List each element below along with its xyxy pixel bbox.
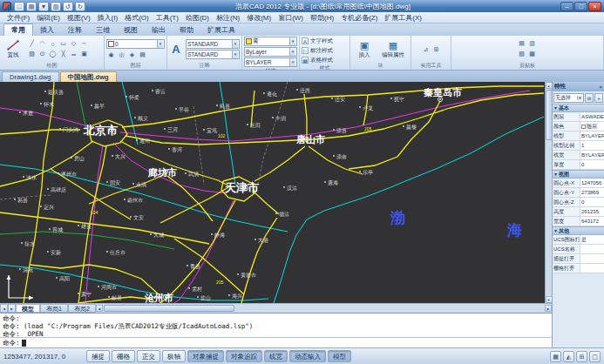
- property-row[interactable]: 高度261235: [553, 207, 604, 217]
- print-icon[interactable]: ▥: [51, 2, 61, 11]
- color-select[interactable]: 黄 ▾: [244, 37, 297, 46]
- layer-select[interactable]: 0 ▾: [106, 39, 165, 49]
- maximize-button[interactable]: □: [574, 2, 587, 11]
- undo-icon[interactable]: ↺: [63, 2, 73, 11]
- open-file-icon[interactable]: ▤: [26, 2, 37, 11]
- measure-icon[interactable]: ⊿: [421, 44, 431, 54]
- property-value[interactable]: BYLAYER: [580, 131, 604, 140]
- menu-item-专机必备(Z)[interactable]: 专机必备(Z): [337, 13, 381, 23]
- text-style-button[interactable]: A文字样式: [302, 37, 333, 45]
- menu-item-绘图(D)[interactable]: 绘图(D): [182, 13, 213, 23]
- property-row[interactable]: 圆心点-X1247056: [553, 179, 604, 188]
- layers-panel-label[interactable]: 图层: [106, 62, 165, 70]
- point-icon[interactable]: ⊙: [37, 50, 47, 59]
- status-toggle-动态输入[interactable]: 动态输入: [289, 350, 326, 362]
- ribbon-tab-视图[interactable]: 视图: [117, 24, 145, 36]
- menu-item-视图(V)[interactable]: 视图(V): [64, 13, 94, 23]
- model-space-icon[interactable]: ▦: [550, 351, 561, 362]
- property-value[interactable]: 643172: [580, 217, 604, 226]
- property-row[interactable]: UCS图标打开是: [553, 235, 604, 245]
- chevron-down-icon[interactable]: ▾: [289, 37, 295, 45]
- property-section-header[interactable]: ▾视图: [553, 170, 604, 179]
- polygon-icon[interactable]: ◇: [69, 39, 78, 49]
- dim-style-select[interactable]: STANDARD ▾: [186, 50, 240, 59]
- property-row[interactable]: 线型BYLAYER: [553, 131, 604, 141]
- ellipse-icon[interactable]: ◯: [48, 50, 58, 59]
- new-file-icon[interactable]: □: [14, 2, 24, 11]
- property-row[interactable]: 圆心点-Y273869: [553, 188, 604, 198]
- text-style-select[interactable]: STANDARD ▾: [186, 39, 240, 49]
- selection-filter-select[interactable]: 无选择 ▾: [553, 93, 584, 103]
- property-row[interactable]: 线型比例1: [553, 141, 604, 151]
- ribbon-tab-扩展工具[interactable]: 扩展工具: [200, 24, 242, 36]
- property-value[interactable]: [580, 264, 604, 273]
- status-toggle-极轴[interactable]: 极轴: [162, 350, 186, 362]
- ribbon-tab-注释[interactable]: 注释: [61, 24, 89, 36]
- close-button[interactable]: ×: [588, 2, 601, 11]
- menu-item-工具(T)[interactable]: 工具(T): [153, 13, 182, 23]
- property-section-header[interactable]: ▾基本: [553, 104, 604, 112]
- styles-panel-label[interactable]: 样式: [302, 64, 348, 71]
- property-value[interactable]: [580, 245, 604, 253]
- lock-ui-icon[interactable]: ⊞: [576, 351, 587, 362]
- layer-freeze-icon[interactable]: ◎: [117, 50, 126, 59]
- match-properties-icon[interactable]: ▩: [527, 50, 537, 59]
- status-toggle-对象追踪[interactable]: 对象追踪: [226, 350, 262, 362]
- property-row[interactable]: 栅格打开: [553, 264, 604, 273]
- horizontal-scrollbar[interactable]: ◀ ▶: [96, 304, 552, 313]
- chevron-down-icon[interactable]: ▾: [232, 40, 238, 48]
- ribbon-tab-插入[interactable]: 插入: [33, 24, 61, 36]
- text-tool-button[interactable]: A: [169, 44, 183, 55]
- chevron-down-icon[interactable]: ▾: [157, 40, 163, 48]
- line-tool-button[interactable]: 直线: [2, 40, 24, 59]
- paste-icon[interactable]: ▤: [517, 39, 526, 49]
- spline-icon[interactable]: ∼: [79, 39, 89, 49]
- utilities-panel-label[interactable]: 实用工具: [413, 62, 449, 70]
- multiline-icon[interactable]: ═: [69, 50, 78, 59]
- property-value[interactable]: ASWADE: [580, 112, 604, 121]
- line-icon[interactable]: ╱: [27, 39, 37, 49]
- command-prompt[interactable]: 命令:: [0, 338, 552, 347]
- layout-tab-模型[interactable]: 模型: [16, 304, 40, 313]
- layer-properties-icon[interactable]: ▤: [138, 50, 147, 59]
- clean-screen-icon[interactable]: ▢: [589, 351, 601, 362]
- block-panel-label[interactable]: 块: [352, 62, 409, 70]
- chevron-down-icon[interactable]: ▾: [232, 51, 238, 58]
- annotation-scale-icon[interactable]: ◭: [563, 351, 574, 362]
- layout-nav-left-icon[interactable]: ◀: [0, 304, 8, 313]
- palette-close-icon[interactable]: ×: [599, 84, 602, 90]
- ribbon-tab-输出[interactable]: 输出: [145, 24, 173, 36]
- draw-panel-label[interactable]: 绘图: [2, 62, 102, 70]
- property-row[interactable]: 颜色随层: [553, 122, 604, 131]
- layer-lock-icon[interactable]: ◈: [127, 50, 137, 59]
- property-row[interactable]: 宽度643172: [553, 217, 604, 226]
- document-tab[interactable]: Drawing1.dwg: [2, 71, 59, 82]
- status-toggle-对象捕捉[interactable]: 对象捕捉: [187, 350, 224, 362]
- menu-item-扩展工具(X)[interactable]: 扩展工具(X): [381, 13, 425, 23]
- minimize-button[interactable]: –: [560, 2, 573, 11]
- property-value[interactable]: 1: [580, 141, 604, 150]
- arc-icon[interactable]: ◠: [37, 39, 47, 49]
- property-row[interactable]: 线宽BYLAYER: [553, 151, 604, 160]
- property-section-header[interactable]: ▾其他: [553, 226, 604, 235]
- property-value[interactable]: [580, 254, 604, 263]
- menu-item-编辑(E)[interactable]: 编辑(E): [33, 13, 64, 23]
- menu-item-修改(M)[interactable]: 修改(M): [243, 13, 275, 23]
- property-row[interactable]: 图层ASWADE: [553, 112, 604, 122]
- ribbon-tab-三维[interactable]: 三维: [89, 24, 117, 36]
- properties-palette-header[interactable]: 特性 ×: [553, 82, 604, 91]
- status-toggle-栅格[interactable]: 栅格: [112, 350, 135, 362]
- property-row[interactable]: 厚度0: [553, 160, 604, 170]
- menu-item-窗口(W)[interactable]: 窗口(W): [275, 13, 307, 23]
- ribbon-tab-帮助[interactable]: 帮助: [173, 24, 200, 36]
- region-icon[interactable]: ▣: [79, 50, 89, 59]
- linetype-select[interactable]: BYLAYER ▾: [244, 57, 297, 67]
- menu-item-标注(N)[interactable]: 标注(N): [213, 13, 243, 23]
- property-row[interactable]: 圆心点-Z0: [553, 198, 604, 207]
- layout-nav-right-icon[interactable]: ▶: [8, 304, 16, 313]
- save-file-icon[interactable]: ▼: [38, 2, 49, 11]
- cut-icon[interactable]: ▧: [517, 50, 526, 59]
- copy-icon[interactable]: ▥: [527, 39, 537, 49]
- status-toggle-模型[interactable]: 模型: [328, 350, 351, 362]
- rectangle-icon[interactable]: ▭: [58, 39, 68, 49]
